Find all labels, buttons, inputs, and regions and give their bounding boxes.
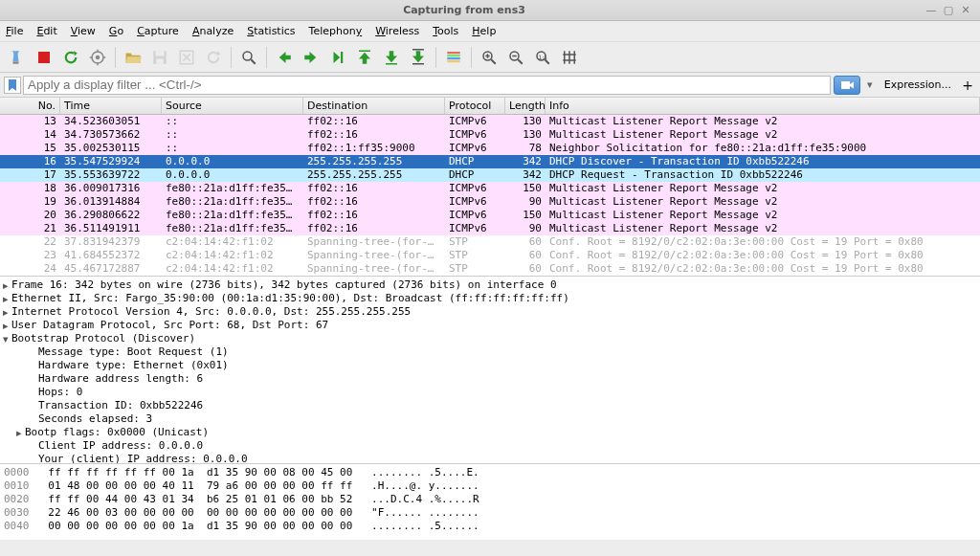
go-last-button[interactable] — [379, 45, 404, 70]
menu-edit[interactable]: Edit — [36, 25, 56, 37]
menu-go[interactable]: Go — [109, 25, 123, 37]
resize-columns-button[interactable] — [557, 45, 582, 70]
apply-filter-button[interactable] — [834, 76, 860, 95]
detail-row[interactable]: Hardware type: Ethernet (0x01) — [0, 359, 980, 372]
detail-text: Hardware address length: 6 — [38, 372, 203, 386]
save-file-button[interactable] — [147, 45, 172, 70]
find-packet-button[interactable] — [236, 45, 261, 70]
svg-text:1:1: 1:1 — [539, 53, 548, 59]
svg-rect-8 — [156, 51, 165, 56]
filter-history-dropdown[interactable]: ▾ — [863, 76, 877, 95]
display-filter-input[interactable] — [23, 76, 831, 95]
zoom-out-button[interactable] — [503, 45, 528, 70]
col-time[interactable]: Time — [60, 98, 162, 114]
add-filter-button[interactable]: + — [959, 78, 976, 93]
menu-telephony[interactable]: Telephony — [309, 25, 363, 37]
packet-list-header[interactable]: No. Time Source Destination Protocol Len… — [0, 98, 980, 115]
detail-row[interactable]: Transaction ID: 0xbb522246 — [0, 399, 980, 412]
packet-row[interactable]: 1936.013914884fe80::21a:d1ff:fe35…ff02::… — [0, 195, 980, 209]
menu-wireless[interactable]: Wireless — [375, 25, 419, 37]
menu-statistics[interactable]: Statistics — [247, 25, 295, 37]
detail-row[interactable]: Seconds elapsed: 3 — [0, 412, 980, 426]
packet-row[interactable]: 1635.5475299240.0.0.0255.255.255.255DHCP… — [0, 155, 980, 168]
restart-capture-button[interactable] — [58, 45, 83, 70]
svg-line-12 — [251, 59, 256, 64]
go-to-packet-button[interactable] — [325, 45, 350, 70]
maximize-button[interactable]: ▢ — [942, 4, 955, 17]
menu-help[interactable]: Help — [472, 25, 496, 37]
svg-line-23 — [491, 59, 496, 64]
go-forward-button[interactable] — [299, 45, 323, 70]
packet-row[interactable]: 1836.009017316fe80::21a:d1ff:fe35…ff02::… — [0, 182, 980, 195]
packet-row[interactable]: 1535.002530115::ff02::1:ff35:9000ICMPv67… — [0, 142, 980, 155]
svg-line-27 — [518, 59, 523, 64]
detail-row[interactable]: ▸Ethernet II, Src: Fargo_35:90:00 (00:1a… — [0, 292, 980, 305]
col-no[interactable]: No. — [0, 98, 60, 114]
menu-analyze[interactable]: Analyze — [192, 25, 234, 37]
go-back-button[interactable] — [272, 45, 297, 70]
bookmark-filter-button[interactable] — [4, 77, 21, 94]
hex-row[interactable]: 0000 ff ff ff ff ff ff 00 1a d1 35 90 00… — [4, 466, 976, 479]
detail-text: Bootstrap Protocol (Discover) — [11, 332, 195, 345]
menu-capture[interactable]: Capture — [137, 25, 179, 37]
col-protocol[interactable]: Protocol — [445, 98, 505, 114]
tree-toggle-icon[interactable]: ▸ — [0, 319, 11, 332]
tree-toggle-icon[interactable]: ▸ — [0, 305, 11, 319]
packet-row[interactable]: 2136.511491911fe80::21a:d1ff:fe35…ff02::… — [0, 222, 980, 235]
col-source[interactable]: Source — [162, 98, 303, 114]
detail-row[interactable]: Message type: Boot Request (1) — [0, 345, 980, 359]
col-length[interactable]: Length — [505, 98, 546, 114]
packet-row[interactable]: 1434.730573662::ff02::16ICMPv6130Multica… — [0, 128, 980, 142]
tree-toggle-icon[interactable]: ▾ — [0, 332, 11, 345]
packet-row[interactable]: 1334.523603051::ff02::16ICMPv6130Multica… — [0, 115, 980, 128]
hex-row[interactable]: 0020 ff ff 00 44 00 43 01 34 b6 25 01 01… — [4, 493, 976, 506]
detail-row[interactable]: ▸Bootp flags: 0x0000 (Unicast) — [0, 426, 980, 439]
zoom-in-button[interactable] — [477, 45, 501, 70]
hex-row[interactable]: 0040 00 00 00 00 00 00 00 1a d1 35 90 00… — [4, 520, 976, 533]
detail-row[interactable]: Your (client) IP address: 0.0.0.0 — [0, 453, 980, 463]
packet-bytes-pane[interactable]: 0000 ff ff ff ff ff ff 00 1a d1 35 90 00… — [0, 463, 980, 540]
tree-toggle-icon[interactable]: ▸ — [0, 278, 11, 292]
col-info[interactable]: Info — [546, 98, 980, 114]
detail-row[interactable]: ▸Internet Protocol Version 4, Src: 0.0.0… — [0, 305, 980, 319]
close-button[interactable]: ✕ — [959, 4, 972, 17]
detail-row[interactable]: ▾Bootstrap Protocol (Discover) — [0, 332, 980, 345]
tree-toggle-icon[interactable]: ▸ — [0, 292, 11, 305]
detail-text: Seconds elapsed: 3 — [38, 412, 152, 426]
packet-row[interactable]: 2036.290806622fe80::21a:d1ff:fe35…ff02::… — [0, 209, 980, 222]
stop-capture-button[interactable] — [32, 45, 56, 70]
detail-row[interactable]: Hardware address length: 6 — [0, 372, 980, 386]
menu-view[interactable]: View — [71, 25, 96, 37]
start-capture-button[interactable] — [5, 45, 30, 70]
close-file-button[interactable] — [174, 45, 199, 70]
menu-bar: File Edit View Go Capture Analyze Statis… — [0, 21, 980, 42]
go-first-button[interactable] — [352, 45, 377, 70]
packet-list-pane[interactable]: No. Time Source Destination Protocol Len… — [0, 98, 980, 276]
packet-details-pane[interactable]: ▸Frame 16: 342 bytes on wire (2736 bits)… — [0, 276, 980, 463]
packet-row[interactable]: 2341.684552372c2:04:14:42:f1:02Spanning-… — [0, 249, 980, 262]
detail-row[interactable]: ▸User Datagram Protocol, Src Port: 68, D… — [0, 319, 980, 332]
packet-row[interactable]: 2445.467172887c2:04:14:42:f1:02Spanning-… — [0, 262, 980, 276]
col-destination[interactable]: Destination — [303, 98, 445, 114]
svg-rect-9 — [156, 58, 164, 63]
packet-row[interactable]: 1735.5536397220.0.0.0255.255.255.255DHCP… — [0, 168, 980, 182]
tree-toggle-icon[interactable]: ▸ — [13, 426, 25, 439]
svg-point-2 — [96, 55, 100, 59]
menu-tools[interactable]: Tools — [433, 25, 458, 37]
hex-row[interactable]: 0030 22 46 00 03 00 00 00 00 00 00 00 00… — [4, 506, 976, 520]
svg-rect-0 — [38, 52, 50, 63]
menu-file[interactable]: File — [6, 25, 23, 37]
open-file-button[interactable] — [121, 45, 145, 70]
reload-button[interactable] — [201, 45, 226, 70]
minimize-button[interactable]: — — [924, 4, 938, 17]
detail-row[interactable]: Hops: 0 — [0, 386, 980, 399]
colorize-button[interactable] — [441, 45, 466, 70]
hex-row[interactable]: 0010 01 48 00 00 00 00 40 11 79 a6 00 00… — [4, 479, 976, 493]
detail-row[interactable]: Client IP address: 0.0.0.0 — [0, 439, 980, 453]
detail-row[interactable]: ▸Frame 16: 342 bytes on wire (2736 bits)… — [0, 278, 980, 292]
capture-options-button[interactable] — [85, 45, 110, 70]
zoom-reset-button[interactable]: 1:1 — [530, 45, 555, 70]
expression-button[interactable]: Expression... — [877, 78, 959, 91]
auto-scroll-button[interactable] — [406, 45, 431, 70]
packet-row[interactable]: 2237.831942379c2:04:14:42:f1:02Spanning-… — [0, 235, 980, 249]
